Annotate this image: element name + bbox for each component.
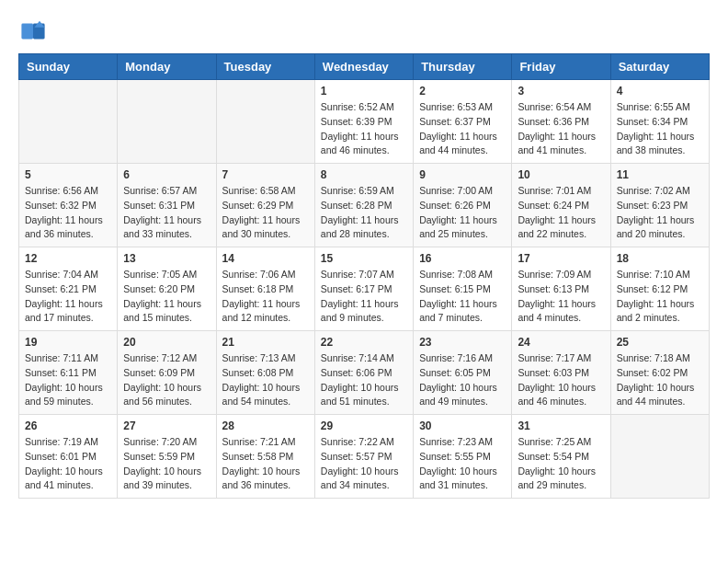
day-number: 1: [321, 85, 407, 98]
day-number: 7: [222, 168, 309, 181]
day-number: 16: [419, 252, 506, 265]
calendar-week-row: 1Sunrise: 6:52 AM Sunset: 6:39 PM Daylig…: [19, 80, 710, 164]
calendar-cell: 19Sunrise: 7:11 AM Sunset: 6:11 PM Dayli…: [19, 331, 118, 415]
day-info: Sunrise: 7:01 AM Sunset: 6:24 PM Dayligh…: [518, 184, 604, 242]
day-info: Sunrise: 7:12 AM Sunset: 6:09 PM Dayligh…: [123, 351, 210, 409]
day-number: 22: [321, 336, 407, 349]
calendar-cell: 12Sunrise: 7:04 AM Sunset: 6:21 PM Dayli…: [19, 247, 118, 331]
day-info: Sunrise: 6:53 AM Sunset: 6:37 PM Dayligh…: [419, 100, 506, 158]
svg-rect-0: [21, 24, 33, 40]
day-info: Sunrise: 7:17 AM Sunset: 6:03 PM Dayligh…: [518, 351, 604, 409]
day-number: 9: [419, 168, 506, 181]
calendar-cell: 26Sunrise: 7:19 AM Sunset: 6:01 PM Dayli…: [19, 415, 118, 499]
day-number: 20: [123, 336, 210, 349]
calendar-cell: 6Sunrise: 6:57 AM Sunset: 6:31 PM Daylig…: [118, 164, 216, 247]
day-info: Sunrise: 7:02 AM Sunset: 6:23 PM Dayligh…: [617, 184, 703, 242]
calendar-cell: 24Sunrise: 7:17 AM Sunset: 6:03 PM Dayli…: [512, 331, 610, 415]
calendar-cell: 22Sunrise: 7:14 AM Sunset: 6:06 PM Dayli…: [314, 331, 413, 415]
calendar-week-row: 5Sunrise: 6:56 AM Sunset: 6:32 PM Daylig…: [19, 164, 710, 247]
day-info: Sunrise: 7:19 AM Sunset: 6:01 PM Dayligh…: [25, 435, 111, 493]
day-number: 24: [518, 336, 604, 349]
day-info: Sunrise: 7:07 AM Sunset: 6:17 PM Dayligh…: [321, 268, 407, 326]
calendar-cell: 16Sunrise: 7:08 AM Sunset: 6:15 PM Dayli…: [414, 247, 512, 331]
day-number: 4: [617, 85, 703, 98]
day-info: Sunrise: 7:06 AM Sunset: 6:18 PM Dayligh…: [222, 268, 309, 326]
day-info: Sunrise: 6:54 AM Sunset: 6:36 PM Dayligh…: [518, 100, 604, 158]
day-number: 13: [123, 252, 210, 265]
calendar-cell: 29Sunrise: 7:22 AM Sunset: 5:57 PM Dayli…: [314, 415, 413, 499]
day-info: Sunrise: 6:56 AM Sunset: 6:32 PM Dayligh…: [25, 184, 111, 242]
day-info: Sunrise: 7:00 AM Sunset: 6:26 PM Dayligh…: [419, 184, 506, 242]
day-info: Sunrise: 7:25 AM Sunset: 5:54 PM Dayligh…: [518, 435, 604, 493]
calendar-cell: 23Sunrise: 7:16 AM Sunset: 6:05 PM Dayli…: [414, 331, 512, 415]
calendar-cell: 9Sunrise: 7:00 AM Sunset: 6:26 PM Daylig…: [414, 164, 512, 247]
day-info: Sunrise: 7:05 AM Sunset: 6:20 PM Dayligh…: [123, 268, 210, 326]
calendar-cell: 14Sunrise: 7:06 AM Sunset: 6:18 PM Dayli…: [216, 247, 314, 331]
calendar-cell: 11Sunrise: 7:02 AM Sunset: 6:23 PM Dayli…: [610, 164, 709, 247]
calendar-cell: [216, 80, 314, 164]
day-number: 28: [222, 419, 309, 432]
day-info: Sunrise: 7:20 AM Sunset: 5:59 PM Dayligh…: [123, 435, 210, 493]
header-wednesday: Wednesday: [314, 54, 413, 80]
header-friday: Friday: [512, 54, 610, 80]
calendar-cell: 10Sunrise: 7:01 AM Sunset: 6:24 PM Dayli…: [512, 164, 610, 247]
calendar-week-row: 19Sunrise: 7:11 AM Sunset: 6:11 PM Dayli…: [19, 331, 710, 415]
calendar-cell: 15Sunrise: 7:07 AM Sunset: 6:17 PM Dayli…: [314, 247, 413, 331]
calendar-cell: 20Sunrise: 7:12 AM Sunset: 6:09 PM Dayli…: [118, 331, 216, 415]
day-number: 15: [321, 252, 407, 265]
day-info: Sunrise: 7:09 AM Sunset: 6:13 PM Dayligh…: [518, 268, 604, 326]
day-info: Sunrise: 7:21 AM Sunset: 5:58 PM Dayligh…: [222, 435, 309, 493]
calendar-cell: 28Sunrise: 7:21 AM Sunset: 5:58 PM Dayli…: [216, 415, 314, 499]
day-info: Sunrise: 6:57 AM Sunset: 6:31 PM Dayligh…: [123, 184, 210, 242]
day-number: 30: [419, 419, 506, 432]
day-number: 26: [25, 419, 111, 432]
day-info: Sunrise: 7:23 AM Sunset: 5:55 PM Dayligh…: [419, 435, 506, 493]
calendar-week-row: 26Sunrise: 7:19 AM Sunset: 6:01 PM Dayli…: [19, 415, 710, 499]
day-info: Sunrise: 6:58 AM Sunset: 6:29 PM Dayligh…: [222, 184, 309, 242]
calendar-cell: [19, 80, 118, 164]
day-number: 12: [25, 252, 111, 265]
header-thursday: Thursday: [414, 54, 512, 80]
day-number: 10: [518, 168, 604, 181]
calendar-cell: 25Sunrise: 7:18 AM Sunset: 6:02 PM Dayli…: [610, 331, 709, 415]
day-info: Sunrise: 6:59 AM Sunset: 6:28 PM Dayligh…: [321, 184, 407, 242]
page-header: [18, 18, 710, 44]
day-number: 23: [419, 336, 506, 349]
day-info: Sunrise: 7:11 AM Sunset: 6:11 PM Dayligh…: [25, 351, 111, 409]
day-number: 3: [518, 85, 604, 98]
day-number: 21: [222, 336, 309, 349]
day-number: 27: [123, 419, 210, 432]
day-info: Sunrise: 6:52 AM Sunset: 6:39 PM Dayligh…: [321, 100, 407, 158]
calendar-cell: 8Sunrise: 6:59 AM Sunset: 6:28 PM Daylig…: [314, 164, 413, 247]
calendar-cell: 2Sunrise: 6:53 AM Sunset: 6:37 PM Daylig…: [414, 80, 512, 164]
logo-icon: [20, 18, 46, 44]
calendar-cell: 17Sunrise: 7:09 AM Sunset: 6:13 PM Dayli…: [512, 247, 610, 331]
day-number: 31: [518, 419, 604, 432]
day-number: 29: [321, 419, 407, 432]
header-saturday: Saturday: [610, 54, 709, 80]
day-info: Sunrise: 6:55 AM Sunset: 6:34 PM Dayligh…: [617, 100, 703, 158]
day-info: Sunrise: 7:18 AM Sunset: 6:02 PM Dayligh…: [617, 351, 703, 409]
calendar-cell: 13Sunrise: 7:05 AM Sunset: 6:20 PM Dayli…: [118, 247, 216, 331]
day-number: 5: [25, 168, 111, 181]
calendar-cell: [118, 80, 216, 164]
day-number: 17: [518, 252, 604, 265]
calendar-cell: 27Sunrise: 7:20 AM Sunset: 5:59 PM Dayli…: [118, 415, 216, 499]
day-number: 25: [617, 336, 703, 349]
calendar-cell: 30Sunrise: 7:23 AM Sunset: 5:55 PM Dayli…: [414, 415, 512, 499]
header-sunday: Sunday: [19, 54, 118, 80]
day-number: 14: [222, 252, 309, 265]
day-info: Sunrise: 7:08 AM Sunset: 6:15 PM Dayligh…: [419, 268, 506, 326]
day-number: 6: [123, 168, 210, 181]
calendar-cell: 3Sunrise: 6:54 AM Sunset: 6:36 PM Daylig…: [512, 80, 610, 164]
header-tuesday: Tuesday: [216, 54, 314, 80]
calendar-table: SundayMondayTuesdayWednesdayThursdayFrid…: [18, 53, 710, 499]
day-number: 19: [25, 336, 111, 349]
calendar-header-row: SundayMondayTuesdayWednesdayThursdayFrid…: [19, 54, 710, 80]
calendar-cell: 31Sunrise: 7:25 AM Sunset: 5:54 PM Dayli…: [512, 415, 610, 499]
day-number: 11: [617, 168, 703, 181]
calendar-cell: [610, 415, 709, 499]
day-number: 2: [419, 85, 506, 98]
calendar-cell: 18Sunrise: 7:10 AM Sunset: 6:12 PM Dayli…: [610, 247, 709, 331]
calendar-cell: 7Sunrise: 6:58 AM Sunset: 6:29 PM Daylig…: [216, 164, 314, 247]
